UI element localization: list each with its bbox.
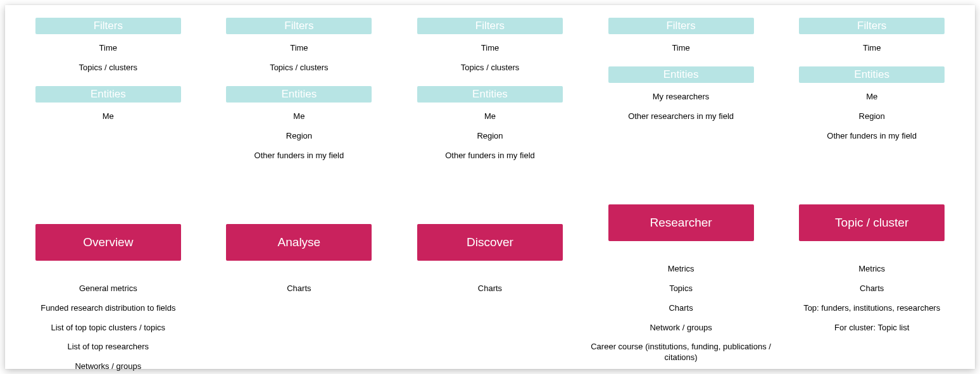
filter-item: Time <box>672 43 689 54</box>
entity-item: Me <box>866 92 877 103</box>
filter-item: Time <box>481 43 499 54</box>
content-item: Topics <box>669 284 693 294</box>
column-analyse: Filters Time Topics / clusters Entities … <box>204 18 395 294</box>
content-item: Charts <box>860 284 884 294</box>
entities-list: Me Region Other funders in my field <box>781 92 962 180</box>
content-item: Top: funders, institutions, researchers <box>803 303 940 314</box>
filters-list: Time Topics / clusters <box>399 43 581 73</box>
contents-list: Metrics Charts Top: funders, institution… <box>781 264 962 333</box>
content-item: Network / groups <box>650 323 712 333</box>
diagram-card: Filters Time Topics / clusters Entities … <box>5 5 975 369</box>
content-item: Charts <box>287 284 311 294</box>
entity-item: Other funders in my field <box>827 131 917 142</box>
column-topic-cluster: Filters Time Entities Me Region Other fu… <box>776 18 967 333</box>
entities-header: Entities <box>226 86 372 103</box>
contents-list: Charts <box>209 284 390 294</box>
filters-header: Filters <box>417 18 563 34</box>
content-item: List of top topic clusters / topics <box>51 323 165 333</box>
filters-list: Time <box>591 43 772 54</box>
content-item: Networks / groups <box>75 361 141 372</box>
section-button-discover[interactable]: Discover <box>417 224 563 261</box>
entities-list: Me Region Other funders in my field <box>399 111 581 200</box>
diagram-canvas: Filters Time Topics / clusters Entities … <box>0 0 980 374</box>
entity-item: Me <box>293 111 305 122</box>
content-item: Career course (institutions, funding, pu… <box>591 342 772 363</box>
entity-item: Region <box>286 131 312 142</box>
filters-list: Time Topics / clusters <box>18 43 199 73</box>
section-button-analyse[interactable]: Analyse <box>226 224 372 261</box>
filter-item: Topics / clusters <box>461 63 519 73</box>
column-discover: Filters Time Topics / clusters Entities … <box>394 18 586 294</box>
entity-item: Region <box>477 131 503 142</box>
entity-item: Me <box>103 111 114 122</box>
content-item: Metrics <box>668 264 694 275</box>
section-button-overview[interactable]: Overview <box>35 224 181 261</box>
filters-list: Time Topics / clusters <box>209 43 390 73</box>
contents-list: Metrics Topics Charts Network / groups C… <box>591 264 772 363</box>
columns-row: Filters Time Topics / clusters Entities … <box>13 18 967 356</box>
filter-item: Time <box>99 43 117 54</box>
entities-list: Me <box>18 111 199 200</box>
filter-item: Topics / clusters <box>79 63 137 73</box>
filters-list: Time <box>781 43 962 54</box>
entity-item: Other researchers in my field <box>628 111 734 122</box>
filters-header: Filters <box>226 18 372 34</box>
entities-header: Entities <box>799 66 945 83</box>
filters-header: Filters <box>799 18 945 34</box>
entity-item: Region <box>859 111 885 122</box>
entities-header: Entities <box>417 86 563 103</box>
entity-item: Other funders in my field <box>445 151 535 161</box>
filter-item: Time <box>290 43 308 54</box>
content-item: Charts <box>669 303 693 314</box>
content-item: Charts <box>478 284 502 294</box>
filters-header: Filters <box>608 18 754 34</box>
column-overview: Filters Time Topics / clusters Entities … <box>13 18 204 372</box>
filters-header: Filters <box>35 18 181 34</box>
filter-item: Time <box>863 43 881 54</box>
entity-item: Other funders in my field <box>254 151 344 161</box>
content-item: List of top researchers <box>67 342 149 352</box>
section-button-topic-cluster[interactable]: Topic / cluster <box>799 204 945 241</box>
entity-item: My researchers <box>653 92 710 103</box>
entities-header: Entities <box>608 66 754 83</box>
column-researcher: Filters Time Entities My researchers Oth… <box>586 18 777 363</box>
filter-item: Topics / clusters <box>270 63 328 73</box>
content-item: For cluster: Topic list <box>834 323 909 333</box>
content-item: General metrics <box>79 284 137 294</box>
entities-header: Entities <box>35 86 181 103</box>
content-item: Funded research distribution to fields <box>41 303 175 314</box>
content-item: Metrics <box>858 264 885 275</box>
entities-list: My researchers Other researchers in my f… <box>591 92 772 180</box>
contents-list: General metrics Funded research distribu… <box>18 284 199 372</box>
contents-list: Charts <box>399 284 581 294</box>
section-button-researcher[interactable]: Researcher <box>608 204 754 241</box>
entities-list: Me Region Other funders in my field <box>209 111 390 200</box>
entity-item: Me <box>484 111 496 122</box>
